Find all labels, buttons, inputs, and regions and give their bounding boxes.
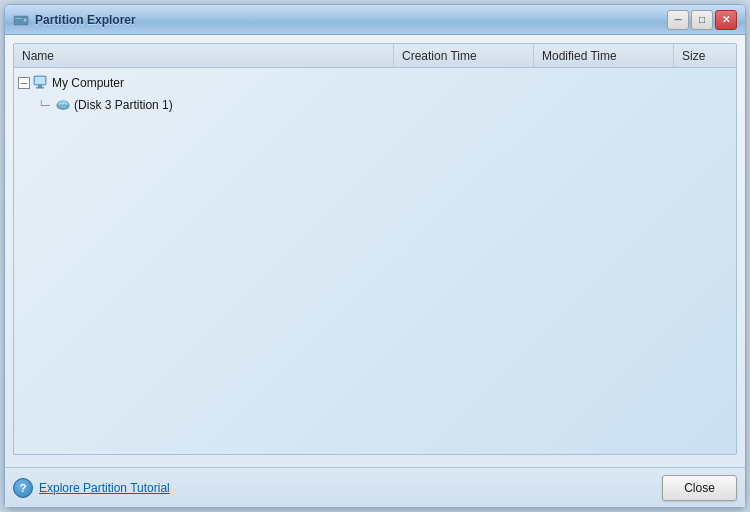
column-name: Name [14, 44, 394, 67]
file-table: Name Creation Time Modified Time Size ─ [13, 43, 737, 455]
column-size: Size [674, 44, 737, 67]
help-link-text: Explore Partition Tutorial [39, 481, 170, 495]
window-close-button[interactable]: ✕ [715, 10, 737, 30]
content-area: Name Creation Time Modified Time Size ─ [5, 35, 745, 463]
column-modified-time: Modified Time [534, 44, 674, 67]
help-link[interactable]: ? Explore Partition Tutorial [13, 478, 170, 498]
my-computer-label[interactable]: My Computer [52, 76, 124, 90]
table-body: ─ My Computer [14, 68, 736, 454]
title-buttons: ─ □ ✕ [667, 10, 737, 30]
window-title: Partition Explorer [35, 13, 136, 27]
table-row: ─ My Computer [14, 72, 736, 94]
minimize-button[interactable]: ─ [667, 10, 689, 30]
partition-label[interactable]: (Disk 3 Partition 1) [74, 98, 173, 112]
title-bar: Partition Explorer ─ □ ✕ [5, 5, 745, 35]
partition-explorer-icon [13, 12, 29, 28]
svg-rect-2 [15, 18, 22, 19]
tree-row-inner-partition: └─ [38, 97, 173, 113]
disk-icon [55, 97, 71, 113]
maximize-button[interactable]: □ [691, 10, 713, 30]
table-header: Name Creation Time Modified Time Size [14, 44, 736, 68]
partition-explorer-window: Partition Explorer ─ □ ✕ Name Creation T… [4, 4, 746, 508]
expand-icon-computer[interactable]: ─ [18, 77, 30, 89]
svg-rect-4 [35, 77, 45, 84]
computer-icon [33, 75, 49, 91]
title-bar-left: Partition Explorer [13, 12, 136, 28]
help-icon: ? [13, 478, 33, 498]
column-creation-time: Creation Time [394, 44, 534, 67]
close-button[interactable]: Close [662, 475, 737, 501]
table-row: └─ [14, 94, 736, 116]
bottom-bar: ? Explore Partition Tutorial Close [5, 467, 745, 507]
tree-row-inner-computer: ─ My Computer [18, 75, 124, 91]
tree-connector: └─ [38, 100, 50, 111]
svg-rect-5 [38, 85, 42, 87]
svg-rect-6 [36, 87, 44, 89]
svg-point-1 [24, 18, 27, 21]
